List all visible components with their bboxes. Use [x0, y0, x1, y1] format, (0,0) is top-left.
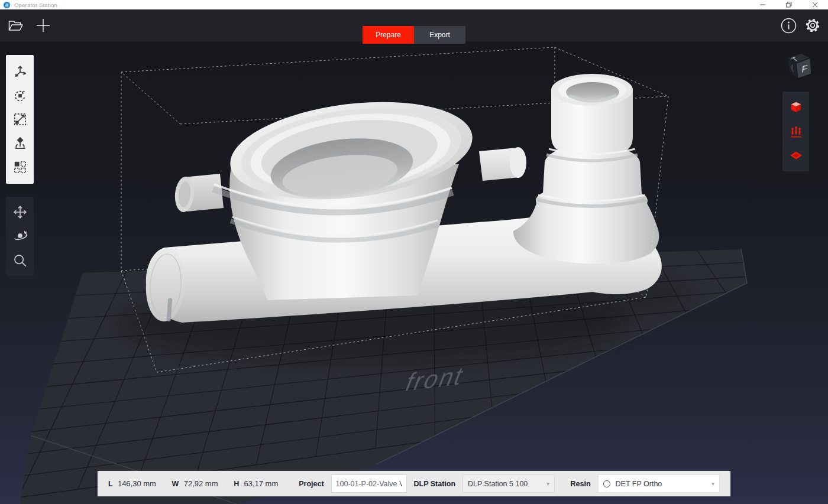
- close-button[interactable]: [802, 0, 828, 9]
- transform-toolbar: [6, 55, 34, 184]
- orient-to-plate-icon[interactable]: [10, 133, 30, 153]
- model-view-icon[interactable]: [786, 97, 806, 118]
- width-value: 72,92 mm: [184, 479, 218, 488]
- status-bar: L 146,30 mm W 72,92 mm H 63,17 mm Projec…: [98, 471, 730, 496]
- rotate-icon[interactable]: [10, 86, 30, 106]
- viewport-3d[interactable]: front: [0, 41, 828, 504]
- height-label: H: [234, 480, 239, 488]
- scale-icon[interactable]: [10, 109, 30, 129]
- dlp-station-label: DLP Station: [413, 480, 455, 488]
- resin-dropdown[interactable]: DET FP Ortho ▾: [598, 474, 720, 493]
- camera-toolbar: [6, 197, 34, 276]
- main-toolbar: Prepare Export: [0, 9, 828, 41]
- orbit-icon[interactable]: [10, 226, 30, 246]
- info-icon[interactable]: [778, 9, 798, 41]
- arrange-icon[interactable]: [10, 157, 30, 177]
- tab-prepare[interactable]: Prepare: [363, 26, 414, 44]
- title-bar: a Operator Station: [0, 0, 828, 9]
- resin-value: DET FP Ortho: [616, 480, 662, 488]
- add-model-icon[interactable]: [33, 9, 53, 41]
- dlp-station-value: DLP Station 5 100: [468, 480, 528, 488]
- supports-view-icon[interactable]: [786, 122, 806, 142]
- chevron-down-icon: ▾: [711, 480, 714, 487]
- length-label: L: [108, 480, 113, 488]
- settings-gear-icon[interactable]: [802, 9, 823, 41]
- width-label: W: [172, 480, 179, 488]
- length-value: 146,30 mm: [118, 479, 156, 488]
- resin-label: Resin: [571, 480, 591, 488]
- app-window: a Operator Station: [0, 0, 828, 504]
- view-cube-front-label: F: [801, 63, 808, 74]
- app-logo-icon: a: [4, 2, 10, 8]
- view-cube[interactable]: T F L: [778, 50, 816, 89]
- mode-tabs: Prepare Export: [363, 26, 465, 44]
- dlp-station-dropdown[interactable]: DLP Station 5 100 ▾: [462, 474, 555, 493]
- slices-view-icon[interactable]: [786, 146, 806, 166]
- window-title: Operator Station: [14, 2, 57, 8]
- resin-color-icon: [603, 480, 610, 487]
- open-folder-icon[interactable]: [6, 9, 26, 41]
- tab-export[interactable]: Export: [414, 26, 465, 44]
- maximize-button[interactable]: [776, 0, 802, 9]
- pan-icon[interactable]: [10, 202, 30, 222]
- view-mode-toolbar: [782, 92, 809, 171]
- move-icon[interactable]: [10, 61, 30, 82]
- project-name-input[interactable]: [331, 474, 407, 493]
- height-value: 63,17 mm: [244, 479, 278, 488]
- chevron-down-icon: ▾: [546, 480, 549, 487]
- model-valve-body[interactable]: [118, 74, 692, 362]
- zoom-icon[interactable]: [10, 251, 30, 271]
- project-label: Project: [299, 480, 324, 488]
- minimize-button[interactable]: [750, 0, 776, 9]
